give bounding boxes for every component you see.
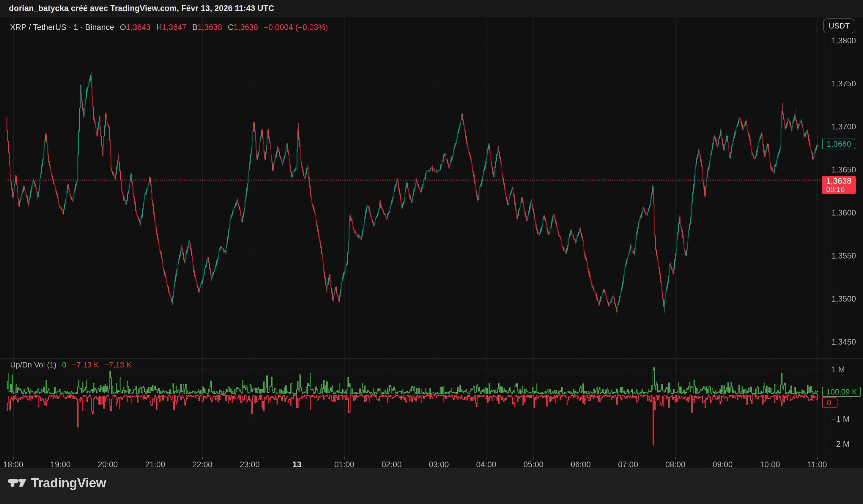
time-axis-tick: 08:00 <box>665 460 686 469</box>
ohlc-low: B1,3638 <box>192 23 222 32</box>
volume-axis-tick: 1 M <box>831 365 845 374</box>
volume-indicator-legend[interactable]: Up/Dn Vol (1) 0 −7,13 K −7,13 K <box>10 360 132 370</box>
secondary-price-tag: 1,3680 <box>822 139 855 149</box>
bar-countdown: 00:16 <box>826 185 856 194</box>
time-axis-tick: 20:00 <box>98 460 118 469</box>
price-axis-tick: 1,3550 <box>831 251 856 261</box>
currency-toggle-button[interactable]: USDT <box>823 18 855 33</box>
volume-axis-tick: −1 M <box>831 414 850 424</box>
time-axis-tick: 02:00 <box>382 460 402 469</box>
time-axis-tick: 04:00 <box>476 460 496 469</box>
attribution-text: dorian_batycka créé avec TradingView.com… <box>9 0 274 17</box>
time-axis-tick: 13 <box>292 460 301 469</box>
price-axis-tick: 1,3750 <box>831 79 856 89</box>
ohlc-high: H1,3647 <box>156 23 187 32</box>
volume-axis-tick: −2 M <box>831 439 850 449</box>
time-axis-tick: 06:00 <box>571 460 591 469</box>
last-price-value: 1,3638 <box>826 177 856 185</box>
price-axis-tick: 1,3450 <box>831 337 856 347</box>
time-axis-tick: 19:00 <box>51 460 71 469</box>
footer-bar: TradingView <box>0 469 863 504</box>
time-axis-tick: 23:00 <box>239 460 260 469</box>
time-axis-tick: 11:00 <box>808 460 827 469</box>
price-axis-tick: 1,3500 <box>831 294 856 303</box>
time-axis-tick: 05:00 <box>523 460 543 469</box>
volume-net-value: −7,13 K <box>104 360 132 370</box>
ohlc-close: C1,3638 <box>228 23 258 32</box>
symbol-title[interactable]: XRP / TetherUS · 1 · Binance <box>10 23 114 32</box>
time-axis-tick: 18:00 <box>3 460 24 469</box>
time-axis-tick: 03:00 <box>429 460 449 469</box>
chart-widget: XRP / TetherUS · 1 · Binance O1,3643 H1,… <box>0 17 863 469</box>
last-price-tag: 1,3638 00:16 <box>822 176 856 194</box>
price-axis-tick: 1,3800 <box>831 36 856 46</box>
time-axis-tick: 01:00 <box>334 460 354 469</box>
tradingview-logo-icon <box>8 477 27 489</box>
time-axis-tick: 21:00 <box>145 460 165 469</box>
candlestick-chart-canvas[interactable] <box>0 17 863 469</box>
price-axis-tick: 1,3650 <box>831 165 856 175</box>
time-axis-tick: 10:00 <box>760 460 780 469</box>
volume-up-value: 0 <box>62 360 66 370</box>
time-axis-tick: 07:00 <box>618 460 638 469</box>
tradingview-logo-text: TradingView <box>31 476 106 490</box>
tradingview-logo[interactable]: TradingView <box>8 476 106 490</box>
symbol-legend[interactable]: XRP / TetherUS · 1 · Binance O1,3643 H1,… <box>10 21 328 33</box>
ohlc-open: O1,3643 <box>120 23 151 32</box>
volume-indicator-title[interactable]: Up/Dn Vol (1) <box>10 360 57 370</box>
attribution-bar: dorian_batycka créé avec TradingView.com… <box>0 0 863 17</box>
volume-up-tag: 100,09 K <box>822 387 861 397</box>
time-axis-tick: 09:00 <box>713 460 733 469</box>
time-axis-tick: 22:00 <box>192 460 212 469</box>
price-axis-tick: 1,3700 <box>831 122 856 131</box>
tradingview-snapshot-page: { "attribution": "dorian_batycka créé av… <box>0 0 863 504</box>
price-axis-tick: 1,3600 <box>831 208 856 218</box>
price-change: −0,0004 (−0,03%) <box>264 23 328 32</box>
volume-down-value: −7,13 K <box>72 360 99 370</box>
volume-down-tag: 0 <box>822 398 837 408</box>
